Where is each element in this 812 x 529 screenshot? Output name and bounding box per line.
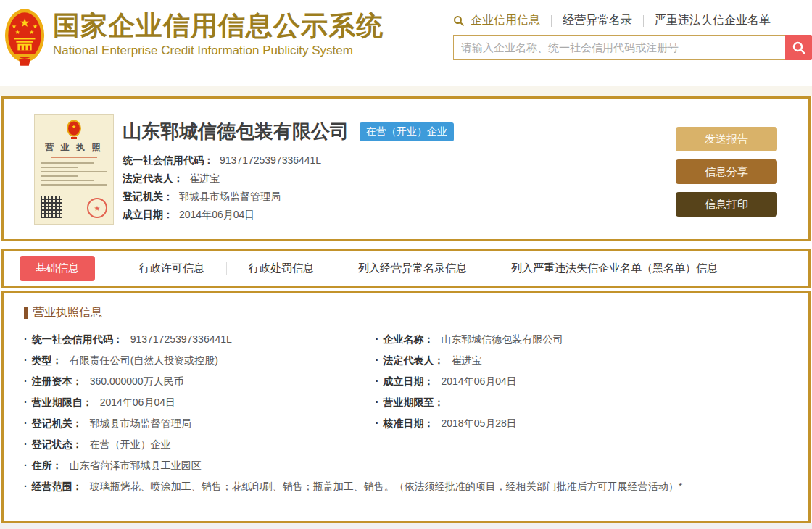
field-label: 经营范围： — [32, 480, 83, 492]
header: ★ ★ ★ ★ ★ 国家企业信用信息公示系统 National Enterpri… — [0, 0, 812, 86]
svg-text:★: ★ — [72, 124, 76, 129]
status-badge: 在营（开业）企业 — [360, 122, 454, 141]
nav-link-enterprise-credit[interactable]: 企业信用信息 — [471, 13, 540, 28]
detail-row-registration-authority: 登记机关：郓城县市场监督管理局 — [24, 413, 376, 434]
detail-row-legal-rep: 法定代表人：崔进宝 — [376, 350, 788, 371]
company-card: ★ 营 业 执 照 ★ 山东郓城信德包装有限公司 在营（开业）企业 统一社会信用… — [1, 96, 811, 241]
detail-row-establish-date: 成立日期：2014年06月04日 — [376, 371, 788, 392]
field-label: 营业期限至： — [384, 396, 444, 408]
tab-bar: 基础信息 行政许可信息 行政处罚信息 列入经营异常名录信息 列入严重违法失信企业… — [1, 249, 811, 288]
field-value: 360.000000万人民币 — [90, 375, 184, 387]
section-title: 营业执照信息 — [33, 305, 102, 320]
field-label: 住所： — [32, 459, 62, 471]
detail-panel: 营业执照信息 统一社会信用代码：91371725397336441L 企业名称：… — [1, 291, 811, 523]
send-report-button[interactable]: 发送报告 — [676, 127, 777, 151]
svg-text:★: ★ — [15, 29, 20, 36]
field-value: 在营（开业）企业 — [90, 438, 171, 450]
detail-row-type: 类型：有限责任公司(自然人投资或控股) — [24, 350, 376, 371]
page-bottom-strip — [0, 523, 812, 529]
tab-administrative-penalty[interactable]: 行政处罚信息 — [249, 262, 314, 275]
field-label: 注册资本： — [32, 375, 83, 387]
field-value: 玻璃瓶烤花、喷涂加工、销售；花纸印刷、销售；瓶盖加工、销售。（依法须经批准的项目… — [90, 480, 682, 492]
svg-text:★: ★ — [20, 16, 30, 29]
detail-row-registration-status: 登记状态：在营（开业）企业 — [24, 434, 788, 455]
field-label: 登记机关： — [123, 191, 173, 202]
page-title: 国家企业信用信息公示系统 — [53, 12, 384, 41]
field-label: 登记状态： — [32, 438, 83, 450]
license-detail-grid: 统一社会信用代码：91371725397336441L 企业名称：山东郓城信德包… — [24, 329, 788, 497]
detail-row-business-scope: 经营范围：玻璃瓶烤花、喷涂加工、销售；花纸印刷、销售；瓶盖加工、销售。（依法须经… — [24, 476, 788, 497]
search-icon — [453, 15, 465, 27]
tab-separator — [489, 262, 489, 275]
field-value: 山东省菏泽市郓城县工业园区 — [70, 459, 202, 471]
field-label: 企业名称： — [384, 333, 434, 345]
section-bar-icon — [24, 307, 28, 319]
card-action-buttons: 发送报告 信息分享 信息打印 — [676, 127, 777, 225]
search-bar — [453, 35, 812, 60]
header-nav: 企业信用信息 经营异常名录 严重违法失信企业名单 — [453, 13, 812, 28]
company-name: 山东郓城信德包装有限公司 — [123, 119, 349, 144]
field-value: 2018年05月28日 — [442, 417, 517, 429]
red-stamp-icon: ★ — [87, 198, 107, 218]
search-area: 企业信用信息 经营异常名录 严重违法失信企业名单 — [453, 6, 812, 86]
field-label: 统一社会信用代码： — [32, 333, 123, 345]
field-value: 2014年06月04日 — [179, 209, 254, 220]
field-label: 成立日期： — [123, 209, 173, 220]
section-header: 营业执照信息 — [24, 305, 788, 320]
tab-administrative-license[interactable]: 行政许可信息 — [139, 262, 204, 275]
nav-separator — [551, 15, 552, 27]
field-value: 91371725397336441L — [220, 154, 321, 166]
header-divider-strip — [0, 86, 812, 96]
field-value: 郓城县市场监督管理局 — [179, 191, 281, 202]
field-value: 崔进宝 — [452, 354, 482, 366]
license-serial-line — [51, 157, 97, 158]
detail-row-credit-code: 统一社会信用代码：91371725397336441L — [24, 329, 376, 350]
field-value: 2014年06月04日 — [442, 375, 517, 387]
nav-link-serious-violations[interactable]: 严重违法失信企业名单 — [655, 13, 771, 28]
business-license-thumbnail[interactable]: ★ 营 业 执 照 ★ — [34, 114, 114, 225]
tab-abnormal-operations-list[interactable]: 列入经营异常名录信息 — [358, 262, 467, 275]
info-share-button[interactable]: 信息分享 — [676, 159, 777, 184]
tab-separator — [117, 262, 117, 275]
detail-row-registered-capital: 注册资本：360.000000万人民币 — [24, 371, 376, 392]
national-emblem-icon: ★ ★ ★ ★ ★ — [4, 7, 46, 68]
page-subtitle: National Enterprise Credit Information P… — [53, 43, 384, 58]
field-value: 崔进宝 — [189, 172, 220, 184]
emblem-icon: ★ — [66, 120, 82, 140]
field-label: 统一社会信用代码： — [123, 154, 214, 166]
search-button[interactable] — [785, 35, 812, 60]
tab-basic-info[interactable]: 基础信息 — [20, 256, 95, 281]
field-value: 91371725397336441L — [130, 333, 232, 345]
field-label: 成立日期： — [384, 375, 434, 387]
field-label: 登记机关： — [32, 417, 83, 429]
nav-link-abnormal-operations[interactable]: 经营异常名录 — [563, 13, 632, 28]
tab-blacklist[interactable]: 列入严重违法失信企业名单（黑名单）信息 — [511, 262, 718, 275]
info-print-button[interactable]: 信息打印 — [676, 192, 777, 217]
brand: ★ ★ ★ ★ ★ 国家企业信用信息公示系统 National Enterpri… — [4, 6, 384, 86]
svg-text:★: ★ — [29, 29, 34, 36]
detail-row-address: 住所：山东省菏泽市郓城县工业园区 — [24, 455, 788, 476]
field-label: 营业期限自： — [32, 396, 93, 408]
field-label: 法定代表人： — [384, 354, 444, 366]
tab-separator — [226, 262, 227, 275]
field-label: 核准日期： — [384, 417, 434, 429]
detail-row-approval-date: 核准日期：2018年05月28日 — [376, 413, 788, 434]
qr-code — [41, 196, 62, 218]
license-title: 营 业 执 照 — [41, 141, 107, 154]
spacer — [0, 241, 812, 249]
detail-row-term-from: 营业期限自：2014年06月04日 — [24, 392, 376, 413]
search-icon — [792, 41, 806, 55]
tab-separator — [336, 262, 336, 275]
field-value: 山东郓城信德包装有限公司 — [442, 333, 563, 345]
field-label: 类型： — [32, 354, 62, 366]
field-label: 法定代表人： — [123, 172, 183, 184]
detail-row-company-name: 企业名称：山东郓城信德包装有限公司 — [376, 329, 788, 350]
search-input[interactable] — [453, 35, 785, 60]
nav-separator — [643, 15, 644, 27]
field-value: 2014年06月04日 — [100, 396, 175, 408]
detail-row-term-to: 营业期限至： — [376, 392, 788, 413]
field-value: 郓城县市场监督管理局 — [90, 417, 191, 429]
field-value: 有限责任公司(自然人投资或控股) — [70, 354, 218, 366]
